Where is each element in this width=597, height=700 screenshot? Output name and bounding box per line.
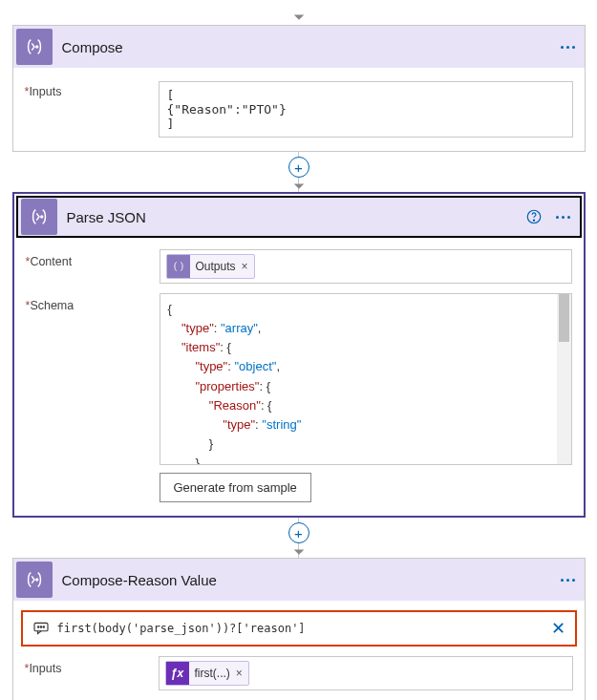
compose-icon (16, 29, 53, 65)
schema-label: *Schema (26, 293, 160, 502)
card-menu-button[interactable] (561, 579, 575, 582)
card-header-parse-json[interactable]: Parse JSON (16, 196, 582, 238)
token-outputs[interactable]: Outputs × (166, 254, 255, 279)
add-step-button[interactable]: + (288, 157, 309, 178)
token-remove-button[interactable]: × (236, 667, 243, 680)
card-parse-json: Parse JSON *Content (12, 192, 586, 518)
expression-text: first(body('parse_json'))?['reason'] (57, 622, 544, 635)
fx-icon: ƒx (166, 662, 189, 685)
svg-point-6 (37, 626, 38, 627)
compose-icon (16, 562, 53, 598)
token-label: Outputs (196, 260, 236, 273)
card-title: Compose (62, 39, 551, 55)
svg-point-8 (43, 626, 44, 627)
card-header-compose[interactable]: Compose (13, 26, 585, 68)
token-remove-button[interactable]: × (242, 260, 248, 273)
arrow-down-icon (290, 542, 308, 560)
svg-point-7 (40, 626, 41, 627)
arrow-down-icon (290, 8, 308, 25)
speech-bubble-icon (32, 622, 50, 635)
generate-from-sample-button[interactable]: Generate from sample (160, 473, 311, 502)
data-operations-icon (167, 255, 190, 278)
card-title: Parse JSON (67, 209, 516, 225)
svg-point-1 (40, 216, 42, 218)
connector: + (288, 152, 309, 192)
card-menu-button[interactable] (561, 46, 575, 49)
more-icon (561, 579, 575, 582)
scrollbar[interactable] (557, 294, 571, 464)
connector: + (288, 518, 309, 558)
card-title: Compose-Reason Value (62, 572, 551, 588)
more-icon (556, 216, 570, 219)
arrow-down-icon (290, 177, 308, 194)
inputs-label: *Inputs (25, 656, 159, 690)
card-compose-reason: Compose-Reason Value first(body('parse_j… (12, 558, 586, 700)
more-icon (561, 46, 575, 49)
parse-json-icon (21, 199, 57, 235)
card-header-compose-reason[interactable]: Compose-Reason Value (13, 559, 585, 601)
help-button[interactable] (525, 208, 543, 225)
card-menu-button[interactable] (556, 216, 570, 219)
card-compose: Compose *Inputs [ {"Reason":"PTO"} ] (12, 25, 586, 152)
token-label: first(...) (195, 667, 230, 680)
compose-inputs-field[interactable]: [ {"Reason":"PTO"} ] (159, 81, 573, 138)
svg-point-0 (35, 46, 37, 48)
svg-point-4 (35, 579, 37, 581)
schema-field[interactable]: { "type": "array", "items": { "type": "o… (160, 293, 572, 465)
svg-point-3 (533, 220, 534, 221)
token-expression[interactable]: ƒx first(...) × (165, 661, 249, 686)
add-step-button[interactable]: + (288, 522, 309, 543)
content-label: *Content (26, 249, 160, 284)
inputs-label: *Inputs (25, 79, 159, 138)
content-field[interactable]: Outputs × (160, 249, 572, 284)
close-tooltip-button[interactable]: ✕ (551, 618, 565, 639)
compose-reason-inputs-field[interactable]: ƒx first(...) × (159, 656, 573, 690)
expression-tooltip: first(body('parse_json'))?['reason'] ✕ (21, 610, 577, 647)
